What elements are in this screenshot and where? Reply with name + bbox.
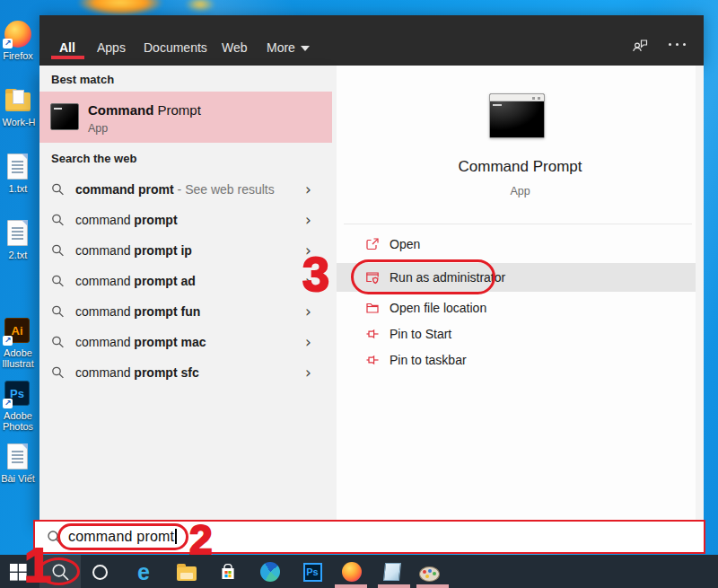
tab-more[interactable]: More xyxy=(267,40,310,55)
active-tab-underline xyxy=(51,56,84,59)
paint-button[interactable] xyxy=(418,561,440,583)
suggestion-text: command promt - See web results xyxy=(75,182,275,197)
suggestion-text: command prompt ip xyxy=(75,243,192,258)
suggestion-text: command prompt fun xyxy=(75,304,200,319)
search-suggestion[interactable]: command prompt ad xyxy=(39,266,337,296)
screen: ↗ Firefox Work-H 1.txt 2.txt Ai ↗ Adobe … xyxy=(0,0,718,588)
search-suggestion[interactable]: command prompt mac xyxy=(39,327,337,357)
shortcut-arrow-icon: ↗ xyxy=(3,336,13,346)
suggestion-text: command prompt xyxy=(75,213,178,227)
shortcut-arrow-icon: ↗ xyxy=(3,399,13,408)
tab-all[interactable]: All xyxy=(59,40,75,55)
wallpaper-detail xyxy=(77,0,163,16)
photoshop-button[interactable]: Ps xyxy=(302,561,323,583)
desktop-icon-label: 1.txt xyxy=(0,183,40,194)
chevron-right-icon[interactable] xyxy=(305,180,311,198)
suggestion-text: command prompt mac xyxy=(75,335,206,349)
cortana-button[interactable] xyxy=(89,561,110,583)
cortana-icon xyxy=(92,565,108,580)
desktop-icon-bai-viet[interactable]: Bài Viết xyxy=(7,443,34,470)
scrollbar-gutter[interactable] xyxy=(696,66,704,522)
taskbar: e Ps xyxy=(0,555,718,588)
file-explorer-icon xyxy=(177,566,197,581)
desktop-icon-label: Adobe Illustrat xyxy=(0,347,40,369)
best-match-subtitle: App xyxy=(88,122,108,135)
file-explorer-button[interactable] xyxy=(176,561,197,583)
notepad-icon xyxy=(383,563,401,581)
chevron-right-icon[interactable] xyxy=(305,211,311,229)
chevron-down-icon xyxy=(301,46,310,51)
tab-web[interactable]: Web xyxy=(222,40,248,55)
open-icon xyxy=(365,237,380,251)
command-prompt-icon-large xyxy=(489,93,545,138)
folder-icon xyxy=(5,92,31,111)
desktop-icon-label: Adobe Photos xyxy=(0,410,40,432)
suggestion-text: command prompt sfc xyxy=(75,365,199,380)
search-icon xyxy=(51,183,65,197)
app-title: Command Prompt xyxy=(337,158,704,176)
search-suggestion[interactable]: command prompt xyxy=(39,205,337,235)
running-app-indicator xyxy=(416,584,449,588)
search-results-pane: Best match Command Prompt App Search the… xyxy=(39,66,337,522)
action-pin-to-taskbar[interactable]: Pin to taskbar xyxy=(337,347,696,373)
microsoft-store-icon xyxy=(219,563,237,582)
annotation-number-2: 2 xyxy=(189,519,213,560)
app-subtitle: App xyxy=(337,185,704,197)
photoshop-icon: Ps xyxy=(303,563,322,582)
best-match-header: Best match xyxy=(51,73,114,86)
desktop-icon-label: 2.txt xyxy=(0,250,40,260)
desktop-icon-2txt[interactable]: 2.txt xyxy=(7,220,34,246)
suggestion-text: command prompt ad xyxy=(75,274,196,288)
annotation-circle-run-as-admin xyxy=(351,259,495,294)
pin-icon xyxy=(365,327,380,341)
search-suggestion[interactable]: command prompt sfc xyxy=(39,357,337,388)
command-prompt-icon xyxy=(50,103,79,130)
desktop-icon-work-folder[interactable]: Work-H xyxy=(5,87,32,111)
running-app-indicator xyxy=(378,584,410,588)
pin-icon xyxy=(365,353,380,367)
chevron-right-icon[interactable] xyxy=(305,364,311,382)
desktop-icon-1txt[interactable]: 1.txt xyxy=(7,154,34,180)
desktop-icon-label: Firefox xyxy=(0,50,40,61)
desktop-icon-firefox[interactable]: ↗ Firefox xyxy=(4,21,31,48)
best-match-result[interactable]: Command Prompt App xyxy=(39,92,332,143)
folder-icon xyxy=(365,301,380,315)
paint-icon xyxy=(419,566,440,582)
chevron-right-icon[interactable] xyxy=(305,303,311,320)
search-suggestion[interactable]: command prompt ip xyxy=(39,235,337,266)
search-icon xyxy=(51,275,65,288)
search-suggestion[interactable]: command prompt fun xyxy=(39,296,337,327)
search-icon xyxy=(51,244,65,258)
search-icon xyxy=(51,214,65,227)
action-open[interactable]: Open xyxy=(337,231,696,258)
search-the-web-header: Search the web xyxy=(51,152,136,165)
search-suggestion[interactable]: command promt - See web results xyxy=(39,174,337,205)
firefox-icon xyxy=(342,562,362,582)
edge-icon xyxy=(260,562,280,582)
search-flyout-header: All Apps Documents Web More xyxy=(39,15,704,66)
annotation-number-1: 1 xyxy=(24,540,51,588)
document-icon xyxy=(7,154,28,180)
desktop-icon-label: Bài Viết xyxy=(0,473,40,484)
internet-explorer-icon: e xyxy=(137,562,150,582)
search-icon xyxy=(51,366,65,380)
firefox-button[interactable] xyxy=(341,561,363,583)
running-app-indicator xyxy=(335,584,367,588)
shortcut-arrow-icon: ↗ xyxy=(3,39,13,48)
tab-documents[interactable]: Documents xyxy=(144,40,207,55)
desktop-icon-photoshop[interactable]: Ps ↗ Adobe Photos xyxy=(4,381,31,406)
internet-explorer-button[interactable]: e xyxy=(133,561,154,583)
action-pin-to-start[interactable]: Pin to Start xyxy=(337,320,696,347)
action-open-file-location[interactable]: Open file location xyxy=(337,294,696,321)
notepad-button[interactable] xyxy=(381,561,403,583)
search-icon xyxy=(51,336,65,349)
chevron-right-icon[interactable] xyxy=(305,333,311,351)
wallpaper-detail xyxy=(185,0,215,13)
edge-button[interactable] xyxy=(259,561,281,583)
ellipsis-icon[interactable] xyxy=(669,43,690,47)
feedback-icon[interactable] xyxy=(631,37,649,58)
tab-apps[interactable]: Apps xyxy=(97,40,126,55)
document-icon xyxy=(7,443,28,470)
microsoft-store-button[interactable] xyxy=(217,561,239,583)
desktop-icon-illustrator[interactable]: Ai ↗ Adobe Illustrat xyxy=(4,318,31,343)
